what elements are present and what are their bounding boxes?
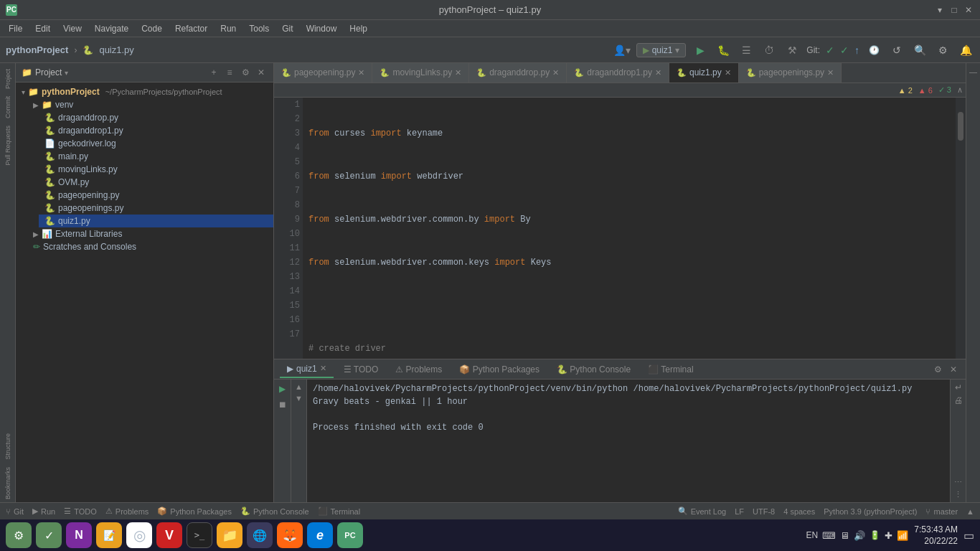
status-branch[interactable]: ⑂ master: [925, 507, 958, 516]
minimize-button[interactable]: ▾: [934, 4, 946, 16]
volume-icon[interactable]: 🔊: [854, 530, 865, 541]
menu-edit[interactable]: Edit: [29, 22, 56, 35]
add-file-button[interactable]: +: [207, 66, 220, 79]
tab-draganddrop1[interactable]: 🐍 draganddrop1.py ✕: [567, 63, 669, 83]
wifi-icon[interactable]: 📶: [897, 530, 908, 541]
status-event-log[interactable]: 🔍 Event Log: [678, 507, 727, 516]
taskbar-app-chrome[interactable]: ◎: [126, 522, 152, 548]
tree-item-main[interactable]: 🐍 main.py: [39, 150, 273, 163]
keyboard-icon[interactable]: ⌨: [822, 530, 836, 541]
menu-code[interactable]: Code: [136, 22, 168, 35]
tree-item-pageopenings[interactable]: 🐍 pageopenings.py: [39, 202, 273, 215]
taskbar-app-task[interactable]: ✓: [36, 522, 62, 548]
screen-icon[interactable]: 🖥: [840, 530, 849, 541]
bottom-tab-todo[interactable]: ☰ TODO: [336, 362, 386, 377]
tab-movinglinks[interactable]: 🐍 movingLinks.py ✕: [372, 63, 469, 83]
tree-item-movinglinks[interactable]: 🐍 movingLinks.py: [39, 163, 273, 176]
status-run[interactable]: ▶ Run: [32, 507, 55, 516]
tree-item-quiz1[interactable]: 🐍 quiz1.py: [39, 215, 273, 227]
menu-window[interactable]: Window: [301, 22, 343, 35]
sidebar-commit-tab[interactable]: Commit: [4, 96, 11, 118]
lang-label[interactable]: EN: [806, 530, 819, 540]
run-config-dropdown[interactable]: ▶ quiz1 ▾: [636, 43, 687, 57]
bottom-tab-python-packages[interactable]: 📦 Python Packages: [452, 362, 547, 377]
status-terminal[interactable]: ⬛ Terminal: [318, 507, 361, 516]
tree-item-draganddrop1[interactable]: 🐍 draganddrop1.py: [39, 124, 273, 137]
far-right-icon-1[interactable]: —: [968, 66, 979, 77]
revert-icon[interactable]: ↺: [888, 42, 905, 59]
bottom-settings-icon[interactable]: ⚙: [931, 363, 944, 376]
expand-more-icon[interactable]: ⋯: [954, 478, 962, 487]
menu-run[interactable]: Run: [215, 22, 242, 35]
coverage-button[interactable]: ☰: [738, 42, 755, 59]
bluetooth-icon[interactable]: ✚: [885, 530, 892, 541]
taskbar-clock[interactable]: 7:53:43 AM 20/22/22: [914, 524, 958, 547]
taskbar-app-firefox[interactable]: 🦊: [277, 522, 303, 548]
settings-icon[interactable]: ⚙: [934, 42, 951, 59]
menu-help[interactable]: Help: [344, 22, 373, 35]
status-python-packages[interactable]: 📦 Python Packages: [157, 507, 232, 516]
tab-close-pageopening[interactable]: ✕: [358, 68, 364, 77]
panel-settings-icon[interactable]: ⚙: [239, 66, 252, 79]
run-tab-close[interactable]: ✕: [320, 364, 326, 373]
panel-dropdown-icon[interactable]: ▾: [65, 69, 68, 77]
scroll-thumb[interactable]: [958, 112, 963, 141]
sidebar-pull-tab[interactable]: Pull Requests: [4, 126, 11, 166]
tree-item-pageopening[interactable]: 🐍 pageopening.py: [39, 189, 273, 202]
tree-item-draganddrop[interactable]: 🐍 draganddrop.py: [39, 111, 273, 124]
bottom-tab-python-console[interactable]: 🐍 Python Console: [550, 362, 638, 377]
scroll-up-button[interactable]: ▲: [295, 382, 303, 391]
tree-item-ovm[interactable]: 🐍 OVM.py: [39, 176, 273, 189]
menu-navigate[interactable]: Navigate: [89, 22, 134, 35]
taskbar-app-terminal[interactable]: >_: [187, 522, 212, 548]
status-todo[interactable]: ☰ TODO: [64, 507, 97, 516]
status-python-console[interactable]: 🐍 Python Console: [240, 507, 309, 516]
taskbar-app-files[interactable]: 📁: [217, 522, 242, 548]
run-button[interactable]: ▶: [692, 42, 709, 59]
print-icon[interactable]: 🖨: [954, 395, 963, 405]
status-expand[interactable]: ▲: [966, 507, 974, 516]
maximize-button[interactable]: □: [948, 4, 960, 16]
bottom-tab-problems[interactable]: ⚠ Problems: [388, 362, 449, 377]
profile-button[interactable]: ⏱: [760, 42, 778, 59]
stop-button[interactable]: ⏹: [276, 398, 289, 411]
status-git[interactable]: ⑂ Git: [6, 507, 24, 516]
menu-git[interactable]: Git: [276, 22, 298, 35]
panel-close-button[interactable]: ✕: [255, 66, 268, 79]
menu-tools[interactable]: Tools: [243, 22, 275, 35]
terminal-output[interactable]: /home/halovivek/PycharmProjects/pythonPr…: [307, 380, 950, 502]
status-problems[interactable]: ⚠ Problems: [105, 507, 149, 516]
tab-pageopenings[interactable]: 🐍 pageopenings.py ✕: [739, 63, 842, 83]
taskbar-app-edge[interactable]: e: [307, 522, 333, 548]
collapse-icon[interactable]: ∧: [957, 85, 963, 95]
code-content[interactable]: from curses import keyname from selenium…: [303, 98, 956, 359]
expand-icon[interactable]: ⋮: [954, 490, 962, 499]
show-desktop-button[interactable]: ▭: [963, 529, 974, 542]
close-button[interactable]: ✕: [963, 4, 974, 16]
taskbar-app-onenote[interactable]: N: [66, 522, 92, 548]
tab-close-movinglinks[interactable]: ✕: [455, 68, 461, 77]
menu-view[interactable]: View: [57, 22, 88, 35]
status-indent[interactable]: 4 spaces: [783, 507, 815, 516]
code-editor[interactable]: 1 2 3 4 5 6 7 8 9 10 11 12 13 14 15 16 1…: [274, 98, 966, 359]
tab-close-pageopenings[interactable]: ✕: [827, 68, 834, 77]
tab-quiz1[interactable]: 🐍 quiz1.py ✕: [669, 63, 739, 83]
taskbar-app-vivaldi[interactable]: V: [156, 522, 182, 548]
taskbar-app-ferdi[interactable]: 🌐: [247, 522, 273, 548]
tree-root[interactable]: ▾ 📁 pythonProject ~/PycharmProjects/pyth…: [16, 85, 273, 98]
tab-close-quiz1[interactable]: ✕: [725, 68, 731, 77]
status-python-version[interactable]: Python 3.9 (pythonProject): [824, 507, 917, 516]
debug-button[interactable]: 🐛: [715, 42, 732, 59]
bottom-tab-run[interactable]: ▶ quiz1 ✕: [280, 361, 334, 378]
status-encoding[interactable]: UTF-8: [753, 507, 775, 516]
tab-draganddrop[interactable]: 🐍 draganddrop.py ✕: [469, 63, 567, 83]
status-lf[interactable]: LF: [735, 507, 744, 516]
rerun-button[interactable]: ▶: [276, 382, 289, 395]
user-avatar[interactable]: 👤▾: [613, 44, 631, 56]
scroll-down-button[interactable]: ▼: [295, 394, 303, 402]
tab-pageopening[interactable]: 🐍 pageopening.py ✕: [274, 63, 372, 83]
taskbar-app-settings[interactable]: ⚙: [6, 522, 32, 548]
tab-close-draganddrop[interactable]: ✕: [552, 68, 559, 77]
taskbar-app-notes[interactable]: 📝: [96, 522, 122, 548]
notifications-icon[interactable]: 🔔: [957, 42, 974, 59]
